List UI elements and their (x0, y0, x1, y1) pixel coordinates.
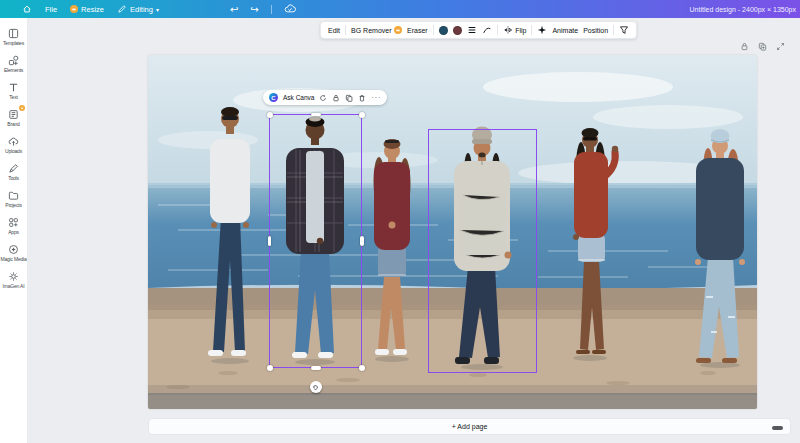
more-options-button[interactable]: ··· (371, 94, 381, 101)
sidebar-item-tools[interactable]: Tools (0, 158, 28, 185)
topbar-divider (271, 5, 272, 14)
scrollbar-thumb[interactable] (772, 426, 783, 430)
resize-handle-bottom-right[interactable] (359, 365, 365, 371)
sidebar-item-projects[interactable]: Projects (0, 185, 28, 212)
context-toolbar: Edit BG Remover Eraser Flip Animate Posi… (320, 21, 637, 39)
resize-button[interactable]: Resize (70, 5, 104, 14)
sidebar-item-text[interactable]: Text (0, 77, 28, 104)
page-controls (740, 42, 785, 51)
color-chip-2[interactable] (453, 26, 462, 35)
lock-page-icon[interactable] (740, 42, 749, 51)
duplicate-icon[interactable] (345, 94, 353, 102)
tools-icon (8, 163, 19, 174)
imagen-ai-icon (8, 271, 19, 282)
resize-handle-top-left[interactable] (267, 112, 273, 118)
left-sidebar: Templates Elements Text Brand Uploads To… (0, 18, 28, 443)
top-bar: File Resize Editing ▾ ↩ ↪ Untitled desig… (0, 0, 800, 18)
flip-button[interactable]: Flip (503, 25, 527, 35)
position-button[interactable]: Position (583, 27, 608, 34)
resize-handle-right[interactable] (360, 236, 364, 246)
resize-handle-bottom-left[interactable] (267, 365, 273, 371)
chevron-down-icon: ▾ (156, 6, 159, 13)
sidebar-item-imagen-ai[interactable]: ImaGen AI (0, 266, 28, 293)
element-action-bar: C Ask Canva ··· (263, 90, 387, 105)
flip-icon (503, 25, 513, 35)
uploads-icon (8, 136, 19, 147)
crown-icon (19, 105, 25, 111)
toolbar-divider (345, 25, 346, 35)
crown-icon (70, 5, 78, 13)
ask-canva-button[interactable]: Ask Canva (283, 94, 314, 101)
text-icon (8, 82, 19, 93)
toolbar-divider (433, 25, 434, 35)
magic-media-icon (8, 244, 19, 255)
duplicate-page-icon[interactable] (758, 42, 767, 51)
toolbar-divider (613, 25, 614, 35)
pencil-icon (117, 4, 127, 14)
add-page-button[interactable]: + Add page (148, 418, 791, 435)
brand-icon (8, 109, 19, 120)
bg-remover-button[interactable]: BG Remover (351, 26, 402, 34)
resize-handle-top-right[interactable] (359, 112, 365, 118)
sidebar-item-templates[interactable]: Templates (0, 23, 28, 50)
resize-handle-top[interactable] (311, 113, 321, 117)
canva-logo-icon: C (269, 93, 278, 102)
hover-outline-box[interactable] (428, 129, 537, 373)
lock-icon[interactable] (332, 94, 340, 102)
delete-icon[interactable] (358, 94, 366, 102)
sidebar-item-brand[interactable]: Brand (0, 104, 28, 131)
file-menu[interactable]: File (45, 5, 57, 14)
color-chip-1[interactable] (439, 26, 448, 35)
toolbar-divider (531, 25, 532, 35)
effects-sparkle-icon[interactable] (537, 25, 547, 35)
filter-funnel-icon[interactable] (619, 25, 629, 35)
editing-mode-dropdown[interactable]: Editing ▾ (117, 4, 159, 14)
sidebar-item-apps[interactable]: Apps (0, 212, 28, 239)
canvas-page[interactable] (148, 55, 757, 409)
document-title[interactable]: Untitled design - 2400px × 1350px (690, 0, 796, 18)
undo-button[interactable]: ↩ (230, 4, 238, 15)
home-icon (22, 4, 32, 14)
crown-icon (394, 26, 402, 34)
home-button[interactable] (22, 4, 32, 14)
regenerate-icon[interactable] (319, 94, 327, 102)
rotate-handle[interactable] (310, 381, 322, 393)
redo-button[interactable]: ↪ (250, 4, 258, 15)
selection-box[interactable] (269, 114, 362, 368)
sidebar-item-magic-media[interactable]: Magic Media (0, 239, 28, 266)
edit-button[interactable]: Edit (328, 27, 340, 34)
sidebar-item-uploads[interactable]: Uploads (0, 131, 28, 158)
resize-handle-left[interactable] (268, 236, 272, 246)
projects-icon (8, 190, 19, 201)
expand-page-icon[interactable] (776, 42, 785, 51)
rotate-icon (312, 384, 319, 391)
cloud-saved-icon (284, 3, 296, 15)
elements-icon (8, 55, 19, 66)
toolbar-divider (497, 25, 498, 35)
templates-icon (8, 28, 19, 39)
animate-button[interactable]: Animate (552, 27, 578, 34)
curve-icon[interactable] (482, 25, 492, 35)
adjust-icon[interactable] (467, 25, 477, 35)
sidebar-item-elements[interactable]: Elements (0, 50, 28, 77)
resize-handle-bottom[interactable] (311, 366, 321, 370)
eraser-button[interactable]: Eraser (407, 27, 428, 34)
apps-icon (8, 217, 19, 228)
